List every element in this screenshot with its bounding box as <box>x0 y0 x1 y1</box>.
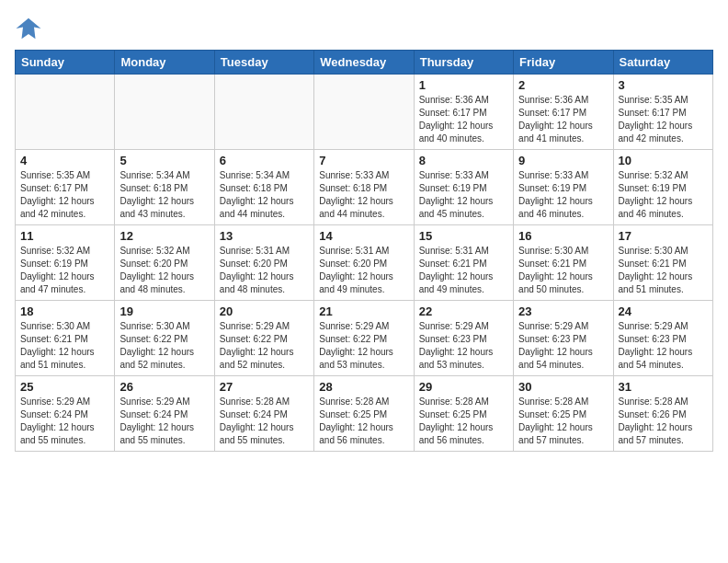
day-number: 19 <box>119 304 209 318</box>
day-info: Sunrise: 5:28 AM Sunset: 6:25 PM Dayligh… <box>419 396 508 447</box>
day-info: Sunrise: 5:31 AM Sunset: 6:20 PM Dayligh… <box>220 245 309 296</box>
calendar-day-cell: 9Sunrise: 5:33 AM Sunset: 6:19 PM Daylig… <box>514 150 613 225</box>
weekday-header: Sunday <box>16 51 115 75</box>
calendar-day-cell: 10Sunrise: 5:32 AM Sunset: 6:19 PM Dayli… <box>613 150 712 225</box>
day-number: 7 <box>319 154 408 167</box>
day-info: Sunrise: 5:32 AM Sunset: 6:19 PM Dayligh… <box>20 245 109 296</box>
calendar-day-cell: 24Sunrise: 5:29 AM Sunset: 6:23 PM Dayli… <box>613 301 712 376</box>
calendar-day-cell: 25Sunrise: 5:29 AM Sunset: 6:24 PM Dayli… <box>16 376 115 452</box>
logo-icon <box>15 15 42 42</box>
day-number: 31 <box>619 380 708 394</box>
calendar-day-cell: 1Sunrise: 5:36 AM Sunset: 6:17 PM Daylig… <box>414 75 513 150</box>
day-number: 11 <box>20 229 109 243</box>
calendar-day-cell: 3Sunrise: 5:35 AM Sunset: 6:17 PM Daylig… <box>613 75 712 150</box>
day-info: Sunrise: 5:30 AM Sunset: 6:21 PM Dayligh… <box>20 320 109 372</box>
day-number: 27 <box>220 380 309 394</box>
calendar-day-cell: 12Sunrise: 5:32 AM Sunset: 6:20 PM Dayli… <box>115 225 214 301</box>
day-info: Sunrise: 5:30 AM Sunset: 6:21 PM Dayligh… <box>518 245 608 296</box>
calendar-day-cell <box>314 75 414 150</box>
day-number: 24 <box>619 304 708 318</box>
day-info: Sunrise: 5:31 AM Sunset: 6:21 PM Dayligh… <box>419 245 508 296</box>
day-info: Sunrise: 5:31 AM Sunset: 6:20 PM Dayligh… <box>319 245 408 296</box>
calendar-day-cell <box>16 75 115 150</box>
day-number: 22 <box>419 304 508 318</box>
day-number: 23 <box>518 304 608 318</box>
day-info: Sunrise: 5:29 AM Sunset: 6:24 PM Dayligh… <box>119 396 209 447</box>
day-info: Sunrise: 5:35 AM Sunset: 6:17 PM Dayligh… <box>20 169 109 221</box>
day-info: Sunrise: 5:34 AM Sunset: 6:18 PM Dayligh… <box>119 169 209 221</box>
calendar-day-cell: 17Sunrise: 5:30 AM Sunset: 6:21 PM Dayli… <box>613 225 712 301</box>
calendar-week-row: 11Sunrise: 5:32 AM Sunset: 6:19 PM Dayli… <box>16 225 713 301</box>
calendar-week-row: 18Sunrise: 5:30 AM Sunset: 6:21 PM Dayli… <box>16 301 713 376</box>
calendar-week-row: 1Sunrise: 5:36 AM Sunset: 6:17 PM Daylig… <box>16 75 713 150</box>
day-info: Sunrise: 5:30 AM Sunset: 6:22 PM Dayligh… <box>119 320 209 372</box>
day-number: 26 <box>119 380 209 394</box>
weekday-header: Tuesday <box>214 51 313 75</box>
day-number: 13 <box>220 229 309 243</box>
calendar-day-cell: 14Sunrise: 5:31 AM Sunset: 6:20 PM Dayli… <box>314 225 414 301</box>
day-number: 9 <box>518 154 608 167</box>
header <box>15 15 713 42</box>
day-info: Sunrise: 5:30 AM Sunset: 6:21 PM Dayligh… <box>619 245 708 296</box>
day-info: Sunrise: 5:33 AM Sunset: 6:19 PM Dayligh… <box>419 169 508 221</box>
day-number: 14 <box>319 229 408 243</box>
day-info: Sunrise: 5:28 AM Sunset: 6:25 PM Dayligh… <box>518 396 608 447</box>
calendar-day-cell: 5Sunrise: 5:34 AM Sunset: 6:18 PM Daylig… <box>115 150 214 225</box>
day-info: Sunrise: 5:29 AM Sunset: 6:23 PM Dayligh… <box>619 320 708 372</box>
calendar-day-cell: 20Sunrise: 5:29 AM Sunset: 6:22 PM Dayli… <box>214 301 313 376</box>
calendar-day-cell: 4Sunrise: 5:35 AM Sunset: 6:17 PM Daylig… <box>16 150 115 225</box>
calendar-header-row: SundayMondayTuesdayWednesdayThursdayFrid… <box>16 51 713 75</box>
day-number: 28 <box>319 380 408 394</box>
day-number: 4 <box>20 154 109 167</box>
calendar-day-cell: 13Sunrise: 5:31 AM Sunset: 6:20 PM Dayli… <box>214 225 313 301</box>
day-number: 17 <box>619 229 708 243</box>
day-info: Sunrise: 5:35 AM Sunset: 6:17 PM Dayligh… <box>619 94 708 145</box>
day-info: Sunrise: 5:28 AM Sunset: 6:24 PM Dayligh… <box>220 396 309 447</box>
day-number: 21 <box>319 304 408 318</box>
calendar-day-cell: 11Sunrise: 5:32 AM Sunset: 6:19 PM Dayli… <box>16 225 115 301</box>
day-number: 8 <box>419 154 508 167</box>
calendar-day-cell: 16Sunrise: 5:30 AM Sunset: 6:21 PM Dayli… <box>514 225 613 301</box>
svg-marker-0 <box>17 18 41 40</box>
calendar-day-cell: 22Sunrise: 5:29 AM Sunset: 6:23 PM Dayli… <box>414 301 513 376</box>
calendar-week-row: 4Sunrise: 5:35 AM Sunset: 6:17 PM Daylig… <box>16 150 713 225</box>
day-number: 12 <box>119 229 209 243</box>
day-info: Sunrise: 5:28 AM Sunset: 6:25 PM Dayligh… <box>319 396 408 447</box>
day-info: Sunrise: 5:32 AM Sunset: 6:19 PM Dayligh… <box>619 169 708 221</box>
day-info: Sunrise: 5:29 AM Sunset: 6:23 PM Dayligh… <box>419 320 508 372</box>
calendar-day-cell: 19Sunrise: 5:30 AM Sunset: 6:22 PM Dayli… <box>115 301 214 376</box>
day-number: 5 <box>119 154 209 167</box>
calendar-day-cell: 7Sunrise: 5:33 AM Sunset: 6:18 PM Daylig… <box>314 150 414 225</box>
weekday-header: Thursday <box>414 51 513 75</box>
calendar-day-cell: 18Sunrise: 5:30 AM Sunset: 6:21 PM Dayli… <box>16 301 115 376</box>
day-number: 20 <box>220 304 309 318</box>
calendar-day-cell: 15Sunrise: 5:31 AM Sunset: 6:21 PM Dayli… <box>414 225 513 301</box>
day-number: 3 <box>619 78 708 92</box>
day-info: Sunrise: 5:29 AM Sunset: 6:23 PM Dayligh… <box>518 320 608 372</box>
day-number: 2 <box>518 78 608 92</box>
calendar-week-row: 25Sunrise: 5:29 AM Sunset: 6:24 PM Dayli… <box>16 376 713 452</box>
weekday-header: Saturday <box>613 51 712 75</box>
weekday-header: Wednesday <box>314 51 414 75</box>
day-info: Sunrise: 5:34 AM Sunset: 6:18 PM Dayligh… <box>220 169 309 221</box>
calendar-day-cell: 30Sunrise: 5:28 AM Sunset: 6:25 PM Dayli… <box>514 376 613 452</box>
calendar-day-cell: 8Sunrise: 5:33 AM Sunset: 6:19 PM Daylig… <box>414 150 513 225</box>
calendar: SundayMondayTuesdayWednesdayThursdayFrid… <box>15 50 713 452</box>
day-number: 15 <box>419 229 508 243</box>
calendar-day-cell: 23Sunrise: 5:29 AM Sunset: 6:23 PM Dayli… <box>514 301 613 376</box>
day-info: Sunrise: 5:36 AM Sunset: 6:17 PM Dayligh… <box>419 94 508 145</box>
weekday-header: Friday <box>514 51 613 75</box>
day-number: 25 <box>20 380 109 394</box>
day-info: Sunrise: 5:29 AM Sunset: 6:22 PM Dayligh… <box>220 320 309 372</box>
day-number: 10 <box>619 154 708 167</box>
calendar-day-cell: 26Sunrise: 5:29 AM Sunset: 6:24 PM Dayli… <box>115 376 214 452</box>
weekday-header: Monday <box>115 51 214 75</box>
day-info: Sunrise: 5:29 AM Sunset: 6:22 PM Dayligh… <box>319 320 408 372</box>
day-info: Sunrise: 5:33 AM Sunset: 6:18 PM Dayligh… <box>319 169 408 221</box>
calendar-day-cell: 21Sunrise: 5:29 AM Sunset: 6:22 PM Dayli… <box>314 301 414 376</box>
day-info: Sunrise: 5:33 AM Sunset: 6:19 PM Dayligh… <box>518 169 608 221</box>
calendar-day-cell: 6Sunrise: 5:34 AM Sunset: 6:18 PM Daylig… <box>214 150 313 225</box>
day-info: Sunrise: 5:28 AM Sunset: 6:26 PM Dayligh… <box>619 396 708 447</box>
calendar-day-cell: 27Sunrise: 5:28 AM Sunset: 6:24 PM Dayli… <box>214 376 313 452</box>
day-number: 29 <box>419 380 508 394</box>
